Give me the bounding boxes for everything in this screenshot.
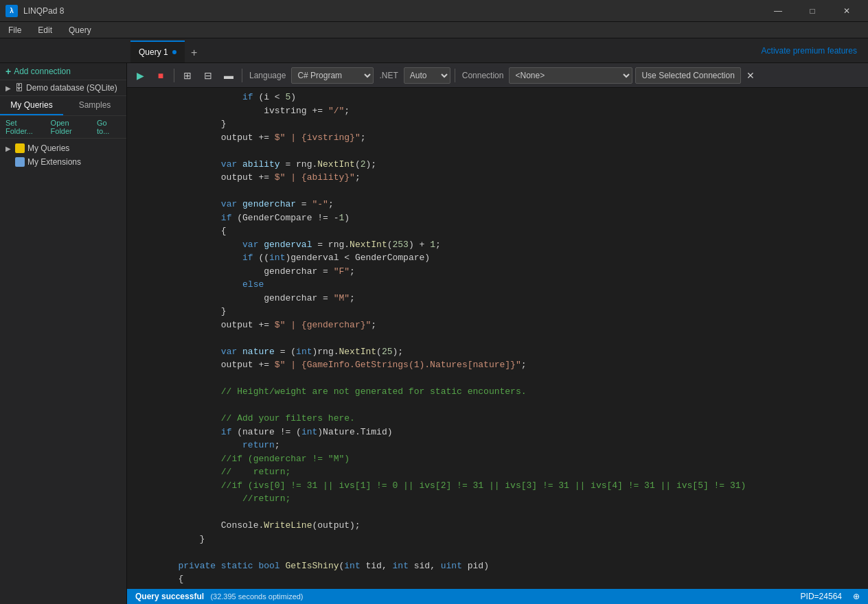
code-content: if (i < 5) ivstring += "/"; } output += …	[127, 88, 868, 589]
sidebar-db-item[interactable]: ▶ 🗄 Demo database (SQLite)	[0, 80, 126, 96]
close-button[interactable]: ✕	[831, 0, 863, 22]
menu-query[interactable]: Query	[60, 22, 100, 38]
minimize-button[interactable]: —	[762, 0, 794, 22]
tab-modified-dot	[172, 50, 176, 54]
pid-label: PID=24564	[801, 592, 842, 601]
toolbar-sep2	[242, 69, 242, 82]
editor-wrapper: ▶ ■ ⊞ ⊟ ▬ Language C# Program C# Express…	[127, 63, 868, 604]
toolbar: ▶ ■ ⊞ ⊟ ▬ Language C# Program C# Express…	[127, 63, 868, 88]
tree-item-myqueries[interactable]: ▶ My Queries	[0, 141, 126, 155]
sidebar-tree: ▶ My Queries My Extensions	[0, 139, 126, 604]
tab-query1[interactable]: Query 1	[130, 40, 185, 62]
code-editor[interactable]: if (i < 5) ivstring += "/"; } output += …	[127, 88, 868, 589]
titlebar-controls: — □ ✕	[762, 0, 863, 22]
grid-list-button[interactable]: ⊞	[179, 67, 196, 84]
run-button[interactable]: ▶	[131, 67, 149, 84]
plus-icon: +	[5, 66, 11, 77]
language-label: Language	[247, 71, 288, 80]
dotnet-select[interactable]: Auto .NET 6 .NET 7	[404, 67, 450, 84]
toolbar-sep1	[174, 69, 174, 82]
titlebar-title: LINQPad 8	[23, 6, 64, 16]
menubar: File Edit Query	[0, 22, 868, 38]
status-text: Query successful	[135, 592, 204, 601]
titlebar-left: λ LINQPad 8	[5, 5, 64, 17]
tree-item-extensions[interactable]: My Extensions	[0, 155, 126, 169]
sidebar-tab-myqueries[interactable]: My Queries	[0, 96, 63, 115]
open-folder-action[interactable]: Open Folder	[51, 119, 91, 135]
ext-icon	[15, 157, 25, 167]
stop-button[interactable]: ■	[152, 67, 170, 84]
arrow-icon: ▶	[5, 145, 12, 152]
set-folder-action[interactable]: Set Folder...	[5, 119, 45, 135]
connection-select[interactable]: <None>	[509, 67, 632, 84]
statusbar-left: Query successful (32.395 seconds optimiz…	[135, 592, 304, 601]
sidebar-tabs: My Queries Samples	[0, 96, 126, 116]
dotnet-label: .NET	[376, 71, 400, 80]
main-layout: + Add connection ▶ 🗄 Demo database (SQLi…	[0, 63, 868, 604]
add-connection-button[interactable]: + Add connection	[0, 63, 126, 80]
folder-icon	[15, 143, 25, 153]
output-button[interactable]: ▬	[220, 67, 238, 84]
tree-ext-label: My Extensions	[27, 157, 81, 167]
menu-edit[interactable]: Edit	[30, 22, 60, 38]
add-tab-button[interactable]: +	[185, 43, 204, 62]
app-icon: λ	[5, 5, 18, 17]
statusbar-right: PID=24564 ⊕	[801, 592, 860, 601]
db-item-content: 🗄 Demo database (SQLite)	[15, 83, 117, 93]
menu-file[interactable]: File	[0, 22, 30, 38]
premium-link[interactable]: Activate premium features	[762, 38, 868, 62]
toolbar-sep3	[455, 69, 455, 82]
status-icon: ⊕	[853, 592, 860, 601]
connection-label: Connection	[459, 71, 507, 80]
use-connection-button[interactable]: Use Selected Connection	[635, 67, 740, 84]
use-conn-close-icon[interactable]: ✕	[746, 70, 755, 81]
tree-item-label: My Queries	[27, 143, 69, 153]
sidebar: + Add connection ▶ 🗄 Demo database (SQLi…	[0, 63, 127, 604]
tab-label: Query 1	[139, 47, 168, 57]
expand-arrow-icon: ▶	[5, 84, 11, 92]
add-connection-label: Add connection	[14, 67, 71, 76]
grid-button[interactable]: ⊟	[199, 67, 217, 84]
titlebar: λ LINQPad 8 — □ ✕	[0, 0, 868, 22]
sidebar-tab-samples[interactable]: Samples	[63, 96, 126, 115]
status-timing: (32.395 seconds optimized)	[210, 592, 303, 601]
sidebar-actions: Set Folder... Open Folder Go to...	[0, 116, 126, 139]
language-select[interactable]: C# Program C# Expression C# Statements S…	[291, 67, 374, 84]
tabbar: Query 1 + Activate premium features	[0, 38, 868, 63]
goto-action[interactable]: Go to...	[97, 119, 121, 135]
maximize-button[interactable]: □	[797, 0, 828, 22]
statusbar: Query successful (32.395 seconds optimiz…	[127, 589, 868, 604]
db-label: Demo database (SQLite)	[26, 83, 117, 93]
